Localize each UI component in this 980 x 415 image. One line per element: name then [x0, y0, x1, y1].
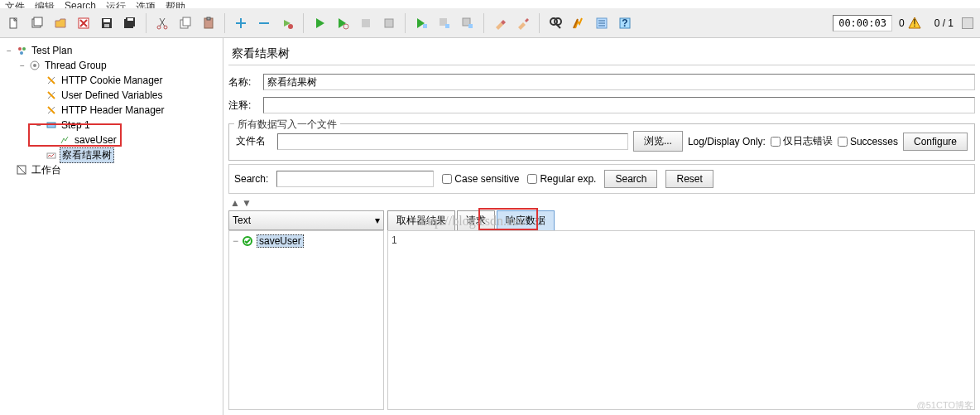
- svg-point-17: [343, 24, 348, 29]
- errors-only-checkbox[interactable]: 仅日志错误: [771, 134, 833, 148]
- successes-label: Successes: [850, 136, 898, 147]
- expand-icon: −: [233, 235, 238, 247]
- reset-button[interactable]: Reset: [665, 170, 713, 188]
- controller-icon: [46, 119, 57, 131]
- tree-view-results-tree[interactable]: 察看结果树: [2, 147, 221, 162]
- name-input[interactable]: [263, 74, 975, 90]
- filename-label: 文件名: [236, 134, 272, 148]
- tb-open-icon[interactable]: [50, 12, 71, 34]
- response-text: 1: [392, 234, 397, 246]
- config-icon: [46, 104, 57, 116]
- svg-point-10: [157, 26, 161, 29]
- search-input[interactable]: [276, 171, 434, 187]
- svg-point-31: [18, 47, 22, 51]
- tb-paste-icon[interactable]: [198, 12, 219, 34]
- svg-rect-36: [47, 123, 55, 128]
- tb-remote-stop-icon[interactable]: [434, 12, 455, 34]
- filename-input[interactable]: [277, 133, 628, 150]
- svg-rect-5: [103, 19, 110, 22]
- svg-text:?: ?: [622, 17, 627, 29]
- tb-saveall-icon[interactable]: [119, 12, 141, 34]
- regexp-checkbox[interactable]: Regular exp.: [527, 173, 596, 185]
- render-type-combo[interactable]: Text ▾: [228, 210, 384, 230]
- logdisplay-label: Log/Display Only:: [688, 136, 766, 147]
- results-tree[interactable]: − saveUser: [228, 230, 384, 410]
- tb-close-icon[interactable]: [73, 12, 94, 34]
- tree-label: 工作台: [30, 163, 63, 177]
- tb-clear-icon[interactable]: [489, 12, 511, 34]
- comment-label: 注释:: [228, 99, 258, 113]
- tb-cut-icon[interactable]: [151, 12, 173, 34]
- status-box-icon: [962, 17, 973, 29]
- tb-find-icon[interactable]: [545, 12, 566, 34]
- menu-run[interactable]: 运行: [106, 0, 126, 8]
- tree-label: HTTP Header Manager: [60, 104, 166, 116]
- menu-options[interactable]: 选项: [136, 0, 156, 8]
- tb-remote-shutdown-icon[interactable]: [457, 12, 478, 34]
- configure-button[interactable]: Configure: [903, 133, 968, 151]
- svg-point-33: [20, 51, 23, 55]
- svg-rect-20: [423, 24, 427, 28]
- svg-rect-22: [445, 24, 449, 28]
- tree-label: Step 1: [60, 119, 92, 131]
- tb-toggle-icon[interactable]: [276, 12, 298, 34]
- sampler-icon: [59, 134, 70, 146]
- menu-search[interactable]: Search: [65, 0, 96, 8]
- tree-user-defined-variables[interactable]: User Defined Variables: [2, 88, 221, 103]
- tb-start-notimers-icon[interactable]: [332, 12, 353, 34]
- tb-collapse-icon[interactable]: [253, 12, 275, 34]
- tb-start-icon[interactable]: [309, 12, 330, 34]
- results-left-pane: Text ▾ − saveUser: [228, 210, 384, 410]
- svg-point-11: [164, 26, 167, 29]
- tb-clearall-icon[interactable]: [512, 12, 534, 34]
- svg-rect-6: [104, 24, 109, 27]
- elapsed-time: 00:00:03: [833, 15, 892, 31]
- tb-shutdown-icon[interactable]: [378, 12, 400, 34]
- comment-input[interactable]: [263, 97, 975, 113]
- test-plan-tree[interactable]: − Test Plan − Thread Group HTTP Cookie M…: [0, 38, 223, 415]
- svg-rect-15: [207, 17, 210, 20]
- result-node-saveuser[interactable]: − saveUser: [233, 234, 380, 248]
- tb-expand-icon[interactable]: [230, 12, 252, 34]
- tree-header-manager[interactable]: HTTP Header Manager: [2, 103, 221, 118]
- warning-counter[interactable]: 0 !: [894, 17, 926, 30]
- tree-label: Thread Group: [43, 60, 108, 71]
- render-type-label: Text: [233, 215, 251, 226]
- tb-new-icon[interactable]: [3, 12, 25, 34]
- menu-help[interactable]: 帮助: [166, 0, 185, 8]
- search-button[interactable]: Search: [604, 170, 657, 188]
- response-body[interactable]: 1 http://blog.csdn.net/: [387, 230, 975, 410]
- menu-file[interactable]: 文件: [5, 0, 25, 8]
- watermark-text: http://blog.csdn.net/: [420, 214, 526, 229]
- svg-rect-2: [34, 17, 42, 26]
- thread-counter: 0 / 1: [928, 17, 960, 29]
- svg-point-32: [22, 47, 26, 51]
- tree-step1[interactable]: − Step 1: [2, 118, 221, 133]
- svg-text:!: !: [913, 17, 915, 29]
- browse-button[interactable]: 浏览...: [633, 131, 683, 152]
- tb-help-icon[interactable]: ?: [614, 12, 636, 34]
- case-sensitive-checkbox[interactable]: Case sensitive: [442, 173, 519, 185]
- tb-templates-icon[interactable]: [26, 12, 48, 34]
- tb-save-icon[interactable]: [96, 12, 118, 34]
- successes-checkbox[interactable]: Successes: [838, 136, 898, 147]
- tree-label: saveUser: [73, 134, 118, 146]
- tb-remote-start-icon[interactable]: [411, 12, 432, 34]
- testplan-icon: [16, 45, 27, 56]
- tb-reset-search-icon[interactable]: [568, 12, 589, 34]
- svg-rect-13: [183, 17, 190, 26]
- tree-workbench[interactable]: 工作台: [2, 162, 221, 177]
- warning-count: 0: [899, 17, 905, 29]
- tb-stop-icon[interactable]: [355, 12, 377, 34]
- footer-watermark: @51CTO博客: [917, 399, 973, 412]
- tree-test-plan[interactable]: − Test Plan: [2, 43, 221, 58]
- panel-title: 察看结果树: [228, 43, 975, 65]
- toolbar: ? 00:00:03 0 ! 0 / 1: [0, 8, 980, 38]
- menu-edit[interactable]: 编辑: [35, 0, 55, 8]
- tb-copy-icon[interactable]: [175, 12, 196, 34]
- tree-cookie-manager[interactable]: HTTP Cookie Manager: [2, 73, 221, 88]
- tb-function-icon[interactable]: [591, 12, 612, 34]
- warning-icon: !: [908, 17, 921, 30]
- tree-saveuser[interactable]: saveUser: [2, 133, 221, 147]
- tree-thread-group[interactable]: − Thread Group: [2, 58, 221, 73]
